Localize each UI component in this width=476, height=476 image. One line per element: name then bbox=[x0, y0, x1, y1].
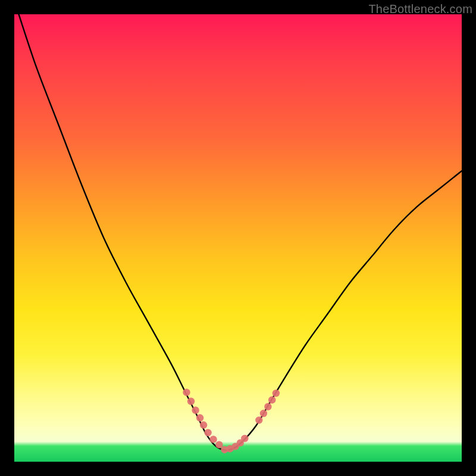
highlight-dot bbox=[200, 421, 207, 428]
highlight-dot bbox=[241, 435, 248, 442]
highlight-dot bbox=[196, 414, 203, 421]
highlight-dot bbox=[260, 410, 267, 417]
highlight-dot bbox=[209, 436, 217, 443]
highlight-dot bbox=[204, 429, 211, 436]
watermark-text: TheBottleneck.com bbox=[368, 2, 472, 16]
highlight-dot bbox=[264, 403, 271, 410]
highlight-dot bbox=[187, 397, 195, 405]
highlight-dots-group bbox=[183, 389, 280, 453]
highlight-dot bbox=[183, 389, 190, 396]
highlight-dot bbox=[273, 390, 280, 397]
chart-svg bbox=[14, 14, 462, 462]
highlight-dot bbox=[192, 406, 199, 414]
chart-frame bbox=[14, 14, 462, 462]
bottleneck-curve bbox=[19, 14, 462, 450]
highlight-dot bbox=[255, 416, 262, 424]
highlight-dot bbox=[268, 396, 275, 403]
